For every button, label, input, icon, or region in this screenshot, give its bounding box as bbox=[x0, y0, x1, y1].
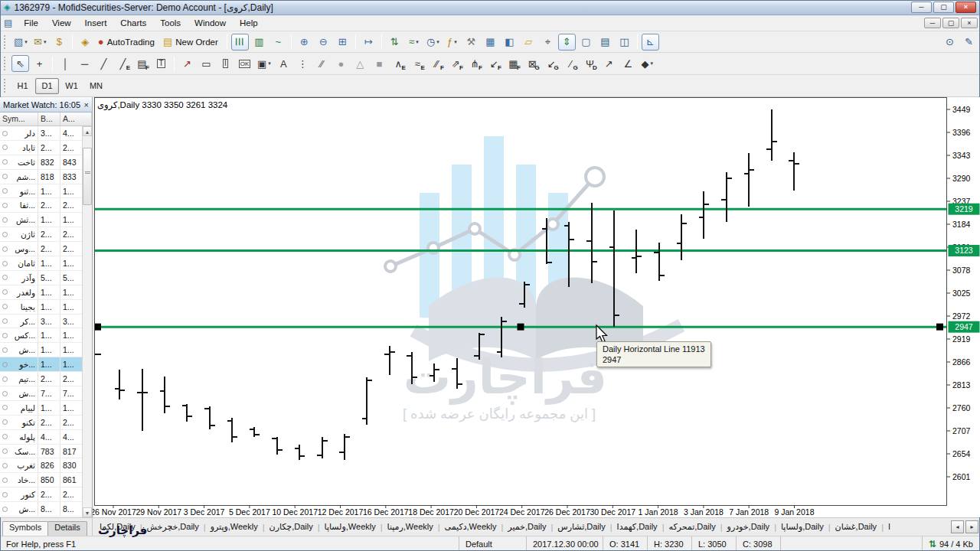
triangle-button[interactable]: △ bbox=[351, 55, 369, 72]
market-watch-row[interactable]: ...تیم2...2... bbox=[0, 372, 82, 386]
market-watch-row[interactable]: کنور2...2... bbox=[0, 487, 82, 502]
market-watch-row[interactable]: ...کر3...3... bbox=[0, 315, 82, 329]
column-header-2[interactable]: A... bbox=[60, 112, 92, 126]
chart-tab[interactable]: کهمدا,Daily bbox=[612, 520, 662, 533]
pin-button[interactable]: ⌖ bbox=[539, 34, 557, 51]
dropdown-arrow-icon[interactable]: ▾ bbox=[651, 60, 654, 67]
autotrading-button[interactable]: ●AutoTrading bbox=[96, 34, 159, 51]
chart-tab[interactable]: تمحرکه,Daily bbox=[664, 520, 720, 533]
scrollbar-thumb[interactable] bbox=[83, 148, 92, 205]
zoom-in-button[interactable]: ⊕ bbox=[296, 34, 313, 51]
market-watch-row[interactable]: ثاژن2...2... bbox=[0, 227, 82, 242]
bitmap-object-button[interactable]: ▣▾ bbox=[255, 55, 273, 72]
fullscreen-button[interactable]: ▢ bbox=[577, 34, 595, 51]
market-watch-row[interactable]: ...شم818833 bbox=[0, 170, 82, 184]
mdi-minimize-button[interactable]: ─ bbox=[924, 18, 941, 28]
timeframe-w1-button[interactable]: W1 bbox=[60, 78, 83, 94]
menu-tools[interactable]: Tools bbox=[153, 17, 188, 29]
print-preview-button[interactable]: ◫ bbox=[616, 34, 633, 51]
market-watch-row[interactable]: وآذر5...5... bbox=[0, 271, 82, 285]
chat-button[interactable]: ✎ bbox=[960, 34, 978, 51]
chart-tab[interactable]: ولساپا,Daily bbox=[776, 520, 828, 533]
new-order-button[interactable]: ▤New Order bbox=[161, 34, 223, 51]
profiles-button[interactable]: ✉▾ bbox=[31, 34, 49, 51]
elliott-correction-button[interactable]: ≈E bbox=[409, 55, 426, 72]
chart-document-icon[interactable]: ▤ bbox=[4, 18, 12, 28]
menu-file[interactable]: File bbox=[17, 17, 45, 29]
market-watch-row[interactable]: ...ثش1...1... bbox=[0, 213, 82, 227]
chart-tab[interactable]: خودرو,Daily bbox=[723, 520, 775, 533]
vertical-line-button[interactable]: │ bbox=[57, 55, 74, 72]
parallel-lines-button[interactable]: ∕∕ bbox=[313, 55, 331, 72]
menu-insert[interactable]: Insert bbox=[78, 17, 114, 29]
price-chart[interactable]: فراچارت[ این مجموعه رایگان عرضه شده ]344… bbox=[0, 97, 980, 517]
toolbar-grip[interactable] bbox=[4, 35, 7, 49]
dropdown-arrow-icon[interactable]: ▾ bbox=[268, 60, 271, 67]
market-watch-close-icon[interactable]: × bbox=[84, 101, 89, 109]
market-watch-row[interactable]: ثاباد2...2... bbox=[0, 141, 82, 155]
chart-tab[interactable]: خچرخش,Daily bbox=[142, 520, 204, 533]
fibo-grid-button[interactable]: ▦F bbox=[505, 55, 522, 72]
tile-windows-button[interactable]: ⊞ bbox=[334, 34, 351, 51]
gann-grid-button[interactable]: ⊠G bbox=[524, 55, 541, 72]
crosshair-button[interactable]: + bbox=[31, 55, 48, 72]
trendline-button[interactable]: ╱ bbox=[95, 55, 113, 72]
timeframe-d1-button[interactable]: D1 bbox=[35, 78, 59, 94]
market-watch-row[interactable]: دلر3...4... bbox=[0, 126, 82, 141]
chart-tab[interactable]: رمپنا,Weekly bbox=[383, 520, 438, 533]
text-object-button[interactable]: A bbox=[275, 55, 292, 72]
andrews-pitchfork-button[interactable]: ΨD bbox=[581, 55, 599, 72]
scroll-tabs-right-icon[interactable]: ▸ bbox=[965, 520, 978, 533]
horizontal-line-button[interactable]: ─ bbox=[76, 55, 93, 72]
dropdown-arrow-icon[interactable]: ▾ bbox=[24, 39, 28, 45]
market-watch-row[interactable]: ثاخت832843 bbox=[0, 155, 82, 170]
market-watch-row[interactable]: ولغدر1...1... bbox=[0, 285, 82, 300]
mdi-restore-button[interactable]: ▢ bbox=[942, 18, 959, 28]
edit-object-button[interactable]: I bbox=[217, 55, 234, 72]
indicators-button[interactable]: ≈▾ bbox=[405, 34, 423, 51]
market-watch-row[interactable]: ثغرب826830 bbox=[0, 458, 82, 473]
label-object-button[interactable]: ▭ bbox=[198, 55, 215, 72]
chart-tab[interactable]: غشان,Daily bbox=[831, 520, 882, 533]
market-watch-row[interactable]: لییام1...1... bbox=[0, 401, 82, 416]
bar-chart-button[interactable]: ☰ bbox=[231, 34, 249, 51]
text-label-button[interactable]: T bbox=[152, 55, 170, 72]
chart-tab[interactable]: چکارن,Daily bbox=[265, 520, 318, 533]
timeframe-h1-button[interactable]: H1 bbox=[11, 78, 34, 94]
gann-fan-button[interactable]: ↙G bbox=[543, 55, 560, 72]
polyline-button[interactable]: ↗ bbox=[600, 55, 618, 72]
line-handle-right[interactable] bbox=[936, 324, 943, 331]
market-watch-row[interactable]: ...کس1...1... bbox=[0, 328, 82, 343]
market-watch-row[interactable]: ...خاد850861 bbox=[0, 473, 82, 487]
chart-tab[interactable]: خمیر,Daily bbox=[503, 520, 550, 533]
scroll-tabs-left-icon[interactable]: ◂ bbox=[951, 520, 964, 533]
line-handle-center[interactable] bbox=[518, 324, 524, 331]
chart-tab[interactable]: ا bbox=[884, 520, 895, 533]
templates-button[interactable]: ƒ▾ bbox=[443, 34, 461, 51]
market-watch-row[interactable]: ...ثنو1...1... bbox=[0, 184, 82, 199]
fibo-retracement-button[interactable]: ▤F bbox=[133, 55, 151, 72]
rectangle-button[interactable]: ■ bbox=[371, 55, 388, 72]
search-button[interactable]: ⊙ bbox=[941, 34, 959, 51]
zoom-out-button[interactable]: ⊖ bbox=[315, 34, 332, 51]
fibo-channel-button[interactable]: ∕∕F bbox=[428, 55, 446, 72]
market-watch-row[interactable]: ...ش8...8... bbox=[0, 502, 82, 517]
toolbar-grip[interactable] bbox=[4, 79, 7, 93]
chart-tab[interactable]: ثشارس,Daily bbox=[553, 520, 609, 533]
menu-charts[interactable]: Charts bbox=[113, 17, 153, 29]
chart-tab[interactable]: ولساپا,Weekly bbox=[320, 520, 381, 533]
cursor-button[interactable]: ⇖ bbox=[11, 55, 29, 72]
updown-scale-button[interactable]: ⇕ bbox=[558, 34, 576, 51]
fibo-fan-button[interactable]: ⋔F bbox=[466, 55, 484, 72]
chart-image-button[interactable]: ▦ bbox=[482, 34, 499, 51]
button-object-button[interactable]: OK bbox=[236, 55, 253, 72]
auto-scroll-button[interactable]: ⇅ bbox=[386, 34, 403, 51]
dropdown-arrow-icon[interactable]: ▾ bbox=[416, 39, 419, 45]
market-watch-row[interactable]: ...ثفا2...2... bbox=[0, 198, 82, 213]
close-button[interactable]: × bbox=[956, 2, 976, 13]
market-watch-row[interactable]: ...ش1...1... bbox=[0, 343, 82, 357]
market-watch-button[interactable]: $ bbox=[51, 34, 68, 51]
menu-view[interactable]: View bbox=[45, 17, 78, 29]
fibo-expansion-button[interactable]: ⇗F bbox=[447, 55, 465, 72]
market-watch-scrollbar[interactable]: ▲ ▼ bbox=[82, 126, 92, 517]
